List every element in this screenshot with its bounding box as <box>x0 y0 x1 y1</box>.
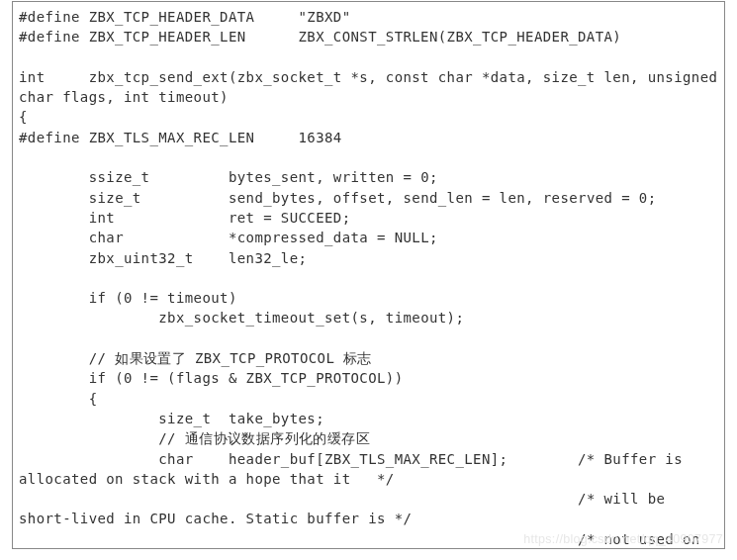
code-line: char header_buf[ZBX_TLS_MAX_REC_LEN]; /*… <box>19 451 691 487</box>
code-line: // 通信协议数据序列化的缓存区 <box>19 430 370 446</box>
code-frame: #define ZBX_TCP_HEADER_DATA "ZBXD" #defi… <box>12 1 725 549</box>
code-line: int zbx_tcp_send_ext(zbx_socket_t *s, co… <box>19 69 725 105</box>
code-line: /* not used on purpose. */ <box>19 531 709 549</box>
code-line: int ret = SUCCEED; <box>19 210 351 226</box>
code-line: #define ZBX_TCP_HEADER_DATA "ZBXD" <box>19 9 351 25</box>
code-line: /* will be short-lived in CPU cache. Sta… <box>19 491 674 526</box>
code-line: { <box>19 391 97 407</box>
code-line: #define ZBX_TCP_HEADER_LEN ZBX_CONST_STR… <box>19 29 621 45</box>
code-line: if (0 != timeout) <box>19 290 237 306</box>
code-line: ssize_t bytes_sent, written = 0; <box>19 169 438 185</box>
code-line: if (0 != (flags & ZBX_TCP_PROTOCOL)) <box>19 370 403 386</box>
code-line: zbx_socket_timeout_set(s, timeout); <box>19 310 464 326</box>
code-line: // 如果设置了 ZBX_TCP_PROTOCOL 标志 <box>19 350 372 366</box>
code-line: size_t take_bytes; <box>19 411 324 426</box>
code-line: #define ZBX_TLS_MAX_REC_LEN 16384 <box>19 130 342 145</box>
code-line: zbx_uint32_t len32_le; <box>19 250 307 266</box>
code-line: size_t send_bytes, offset, send_len = le… <box>19 190 657 206</box>
code-line: { <box>19 109 28 125</box>
source-code-block: #define ZBX_TCP_HEADER_DATA "ZBXD" #defi… <box>19 7 718 549</box>
code-line: char *compressed_data = NULL; <box>19 230 438 245</box>
